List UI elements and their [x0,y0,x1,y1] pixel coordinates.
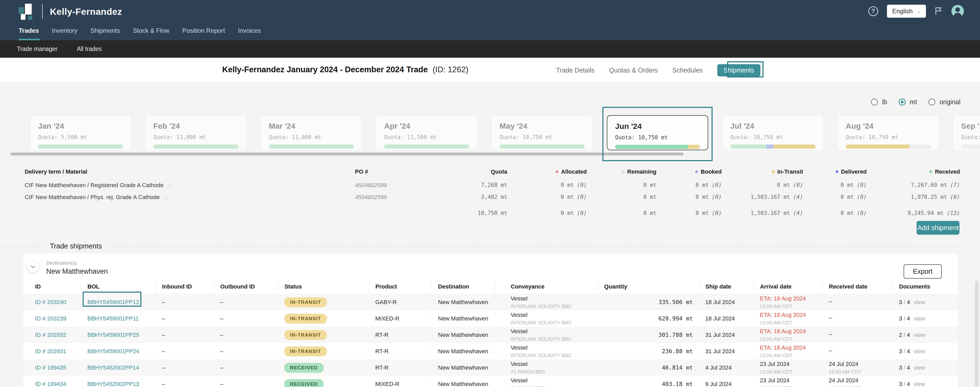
view-documents-link[interactable]: view [914,299,925,306]
conveyance: VesselINTERLINK SOLIDITY BBC [495,311,598,327]
month-progress-bar [730,145,816,149]
view-documents-link[interactable]: view [914,332,925,338]
destination: New Matthewhaven [432,311,495,327]
sub-nav-all-trades[interactable]: All trades [77,46,102,53]
month-card-may[interactable]: May '24 Quota: 10,750 mt [492,115,593,150]
add-shipment-button[interactable]: Add shipment [916,221,959,235]
destination: New Matthewhaven [432,327,495,343]
tab-quotas-orders[interactable]: Quotas & Orders [609,67,658,74]
shipment-id-link[interactable]: ID # 203239 [35,315,66,322]
view-documents-link[interactable]: view [914,348,925,355]
conveyance: Vessel21 PANDA BBC [495,376,598,387]
month-card-apr[interactable]: Apr '24 Quota: 11,500 mt [376,115,477,150]
progress-segment-green-light [730,145,766,149]
radio-mt-icon[interactable] [899,99,906,105]
shipment-id-link[interactable]: ID # 199434 [35,381,66,387]
month-card-mar[interactable]: Mar '24 Quota: 11,000 mt [261,115,362,150]
tab-schedules[interactable]: Schedules [672,67,703,74]
status-badge: IN-TRANSIT [284,314,327,323]
top-nav-position-report[interactable]: Position Report [183,26,225,40]
documents: 3/4view [892,311,958,327]
col-header-in-transit: In-Transit [722,166,803,179]
month-quota: Quota: 10,750 mt [730,134,816,140]
top-nav-invoices[interactable]: Invoices [238,26,261,40]
language-selector[interactable]: English ⌄ [887,5,926,18]
shipments-panel: Destination(s) New Matthewhaven Export I… [23,253,958,387]
bol-link[interactable]: BBHY5452002PP13 [88,381,139,387]
received-date: – [822,343,892,360]
ship-date: 18 Jul 2024 [699,294,754,311]
month-progress-bar [269,145,354,149]
inbound-id: – [156,376,214,387]
brand-name: Kelly-Fernandez [50,6,122,17]
shipment-row: ID # 203240 BBHY5459001PP12 – – IN-TRANS… [23,294,958,311]
outbound-id: – [214,327,278,343]
month-label: Jul '24 [730,122,816,131]
bol-link[interactable]: BBHY5459001PP25 [88,332,139,338]
sub-nav-trade-manager[interactable]: Trade manager [17,46,57,53]
documents: 3/4view [892,360,958,376]
col-product: Product [369,279,432,294]
month-progress-bar [846,145,931,149]
export-button[interactable]: Export [904,264,942,279]
top-nav-stock-flow[interactable]: Stock & Flow [133,26,169,40]
destination: New Matthewhaven [432,360,495,376]
top-nav-shipments[interactable]: Shipments [91,26,120,40]
top-nav-inventory[interactable]: Inventory [52,26,78,40]
filter-funnel-icon[interactable]: ▽ [168,183,171,188]
booked-value: 0 mt(0) [657,191,722,203]
tab-trade-details[interactable]: Trade Details [556,67,595,74]
chevron-down-icon [30,265,36,268]
po-number: 4504802599 [355,191,407,203]
month-quota: Quota: 10,750 mt [500,134,585,140]
help-icon[interactable]: ? [868,6,878,16]
month-progress-bar [153,145,239,149]
col-header-received: Received [867,166,960,179]
conveyance: Vessel21 PANDA BBC [495,360,598,376]
filter-funnel-icon[interactable]: ▽ [164,195,167,200]
vessel-name: 21 PANDA BBC [511,385,598,387]
user-avatar[interactable] [951,5,964,18]
bol-link[interactable]: BBHY5459001PP24 [88,348,139,355]
view-documents-link[interactable]: view [914,381,925,387]
shipment-id-link[interactable]: ID # 202932 [35,332,66,338]
inbound-id: – [156,343,214,360]
status-badge: RECEIVED [284,363,323,373]
col-header-quota: Quota [407,166,507,179]
col-header-booked: Booked [657,166,722,179]
month-card-jan[interactable]: Jan '24 Quota: 5,500 mt [30,115,131,150]
vertical-scrollbar[interactable] [975,281,978,387]
horizontal-scrollbar[interactable] [10,153,684,155]
radio-original-icon[interactable] [928,99,935,105]
unit-option-original[interactable]: original [928,98,961,106]
page-title-text: Kelly-Fernandez January 2024 - December … [222,65,428,74]
unit-option-lb[interactable]: lb [871,98,887,106]
destination: New Matthewhaven [432,343,495,360]
remaining-dot-icon [622,170,625,173]
month-card-jul[interactable]: Jul '24 Quota: 10,750 mt [722,115,824,150]
view-documents-link[interactable]: view [914,365,925,371]
received-value: 7,267.69 mt(7) [867,179,960,191]
shipment-row: ID # 203239 BBHY5459001PP11 – – IN-TRANS… [23,311,958,327]
month-card-sep[interactable]: Sep '24 Quota: [953,115,980,150]
col-arrival-date: Arrival date [754,279,822,294]
shipment-id-link[interactable]: ID # 199435 [35,365,66,371]
unit-option-mt[interactable]: mt [899,98,917,106]
po-number: 4504802599 [355,179,407,191]
shipment-id-link[interactable]: ID # 203240 [35,299,66,306]
annotation-box-bol-cell [83,291,142,307]
month-quota: Quota: [961,134,980,140]
shipment-id-link[interactable]: ID # 202931 [35,348,66,355]
top-nav-trades[interactable]: Trades [19,26,39,40]
month-card-feb[interactable]: Feb '24 Quota: 11,000 mt [145,115,247,150]
bol-link[interactable]: BBHY5459001PP11 [88,315,139,322]
radio-lb-icon[interactable] [871,99,878,105]
bol-link[interactable]: BBHY5452002PP14 [88,365,139,371]
trade-id: (ID: 1262) [433,65,469,74]
month-label: May '24 [500,122,585,131]
month-card-aug[interactable]: Aug '24 Quota: 10,750 mt [838,115,939,150]
view-documents-link[interactable]: view [914,315,925,322]
vessel-name: INTERLINK SOLIDITY BBC [511,336,598,342]
flag-icon[interactable] [935,7,943,15]
collapse-panel-button[interactable] [27,261,39,272]
